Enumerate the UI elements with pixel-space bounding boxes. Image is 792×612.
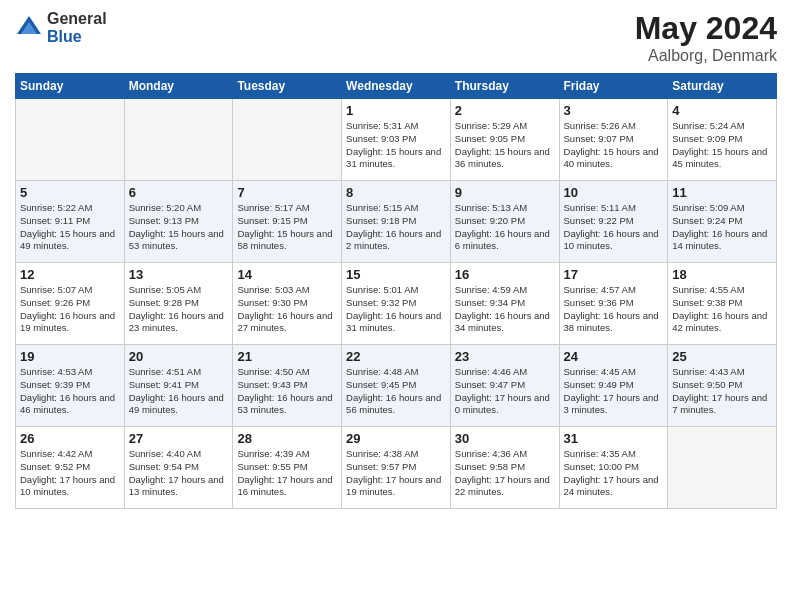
title-block: May 2024 Aalborg, Denmark: [635, 10, 777, 65]
day-info: Sunrise: 5:05 AM Sunset: 9:28 PM Dayligh…: [129, 284, 229, 335]
day-info: Sunrise: 4:48 AM Sunset: 9:45 PM Dayligh…: [346, 366, 446, 417]
day-cell: 6Sunrise: 5:20 AM Sunset: 9:13 PM Daylig…: [124, 181, 233, 263]
day-info: Sunrise: 4:42 AM Sunset: 9:52 PM Dayligh…: [20, 448, 120, 499]
day-info: Sunrise: 4:50 AM Sunset: 9:43 PM Dayligh…: [237, 366, 337, 417]
day-number: 14: [237, 267, 337, 282]
calendar-week-row: 26Sunrise: 4:42 AM Sunset: 9:52 PM Dayli…: [16, 427, 777, 509]
day-cell: 3Sunrise: 5:26 AM Sunset: 9:07 PM Daylig…: [559, 99, 668, 181]
day-info: Sunrise: 5:24 AM Sunset: 9:09 PM Dayligh…: [672, 120, 772, 171]
day-cell: 31Sunrise: 4:35 AM Sunset: 10:00 PM Dayl…: [559, 427, 668, 509]
day-cell: 16Sunrise: 4:59 AM Sunset: 9:34 PM Dayli…: [450, 263, 559, 345]
weekday-header-wednesday: Wednesday: [342, 74, 451, 99]
day-cell: 11Sunrise: 5:09 AM Sunset: 9:24 PM Dayli…: [668, 181, 777, 263]
day-number: 4: [672, 103, 772, 118]
day-number: 25: [672, 349, 772, 364]
day-number: 30: [455, 431, 555, 446]
day-cell: 29Sunrise: 4:38 AM Sunset: 9:57 PM Dayli…: [342, 427, 451, 509]
day-cell: 15Sunrise: 5:01 AM Sunset: 9:32 PM Dayli…: [342, 263, 451, 345]
logo-general-text: General: [47, 10, 107, 28]
day-info: Sunrise: 5:01 AM Sunset: 9:32 PM Dayligh…: [346, 284, 446, 335]
day-cell: 2Sunrise: 5:29 AM Sunset: 9:05 PM Daylig…: [450, 99, 559, 181]
weekday-header-thursday: Thursday: [450, 74, 559, 99]
day-number: 23: [455, 349, 555, 364]
day-cell: 14Sunrise: 5:03 AM Sunset: 9:30 PM Dayli…: [233, 263, 342, 345]
day-cell: 12Sunrise: 5:07 AM Sunset: 9:26 PM Dayli…: [16, 263, 125, 345]
day-info: Sunrise: 5:15 AM Sunset: 9:18 PM Dayligh…: [346, 202, 446, 253]
day-cell: 27Sunrise: 4:40 AM Sunset: 9:54 PM Dayli…: [124, 427, 233, 509]
calendar-week-row: 1Sunrise: 5:31 AM Sunset: 9:03 PM Daylig…: [16, 99, 777, 181]
day-number: 6: [129, 185, 229, 200]
header: General Blue May 2024 Aalborg, Denmark: [15, 10, 777, 65]
day-cell: 4Sunrise: 5:24 AM Sunset: 9:09 PM Daylig…: [668, 99, 777, 181]
day-number: 8: [346, 185, 446, 200]
day-number: 19: [20, 349, 120, 364]
day-number: 3: [564, 103, 664, 118]
day-info: Sunrise: 4:40 AM Sunset: 9:54 PM Dayligh…: [129, 448, 229, 499]
day-info: Sunrise: 5:22 AM Sunset: 9:11 PM Dayligh…: [20, 202, 120, 253]
day-info: Sunrise: 4:57 AM Sunset: 9:36 PM Dayligh…: [564, 284, 664, 335]
day-info: Sunrise: 4:55 AM Sunset: 9:38 PM Dayligh…: [672, 284, 772, 335]
day-cell: 18Sunrise: 4:55 AM Sunset: 9:38 PM Dayli…: [668, 263, 777, 345]
calendar-subtitle: Aalborg, Denmark: [635, 47, 777, 65]
weekday-header-sunday: Sunday: [16, 74, 125, 99]
day-cell: 22Sunrise: 4:48 AM Sunset: 9:45 PM Dayli…: [342, 345, 451, 427]
weekday-header-tuesday: Tuesday: [233, 74, 342, 99]
day-number: 18: [672, 267, 772, 282]
day-number: 10: [564, 185, 664, 200]
day-number: 22: [346, 349, 446, 364]
day-number: 15: [346, 267, 446, 282]
day-info: Sunrise: 4:39 AM Sunset: 9:55 PM Dayligh…: [237, 448, 337, 499]
logo-blue-text: Blue: [47, 28, 107, 46]
day-number: 1: [346, 103, 446, 118]
weekday-header-saturday: Saturday: [668, 74, 777, 99]
day-cell: [16, 99, 125, 181]
day-info: Sunrise: 4:51 AM Sunset: 9:41 PM Dayligh…: [129, 366, 229, 417]
day-cell: 24Sunrise: 4:45 AM Sunset: 9:49 PM Dayli…: [559, 345, 668, 427]
weekday-header-row: SundayMondayTuesdayWednesdayThursdayFrid…: [16, 74, 777, 99]
day-number: 5: [20, 185, 120, 200]
day-number: 28: [237, 431, 337, 446]
day-cell: 21Sunrise: 4:50 AM Sunset: 9:43 PM Dayli…: [233, 345, 342, 427]
day-info: Sunrise: 5:07 AM Sunset: 9:26 PM Dayligh…: [20, 284, 120, 335]
day-info: Sunrise: 4:53 AM Sunset: 9:39 PM Dayligh…: [20, 366, 120, 417]
logo: General Blue: [15, 10, 107, 45]
day-cell: 26Sunrise: 4:42 AM Sunset: 9:52 PM Dayli…: [16, 427, 125, 509]
day-number: 31: [564, 431, 664, 446]
calendar-week-row: 12Sunrise: 5:07 AM Sunset: 9:26 PM Dayli…: [16, 263, 777, 345]
day-info: Sunrise: 5:20 AM Sunset: 9:13 PM Dayligh…: [129, 202, 229, 253]
weekday-header-monday: Monday: [124, 74, 233, 99]
weekday-header-friday: Friday: [559, 74, 668, 99]
day-number: 21: [237, 349, 337, 364]
day-info: Sunrise: 4:43 AM Sunset: 9:50 PM Dayligh…: [672, 366, 772, 417]
day-info: Sunrise: 4:46 AM Sunset: 9:47 PM Dayligh…: [455, 366, 555, 417]
day-info: Sunrise: 4:36 AM Sunset: 9:58 PM Dayligh…: [455, 448, 555, 499]
day-info: Sunrise: 5:09 AM Sunset: 9:24 PM Dayligh…: [672, 202, 772, 253]
day-info: Sunrise: 5:17 AM Sunset: 9:15 PM Dayligh…: [237, 202, 337, 253]
day-cell: 20Sunrise: 4:51 AM Sunset: 9:41 PM Dayli…: [124, 345, 233, 427]
day-number: 7: [237, 185, 337, 200]
day-number: 26: [20, 431, 120, 446]
page: General Blue May 2024 Aalborg, Denmark S…: [0, 0, 792, 612]
day-cell: 7Sunrise: 5:17 AM Sunset: 9:15 PM Daylig…: [233, 181, 342, 263]
day-cell: 19Sunrise: 4:53 AM Sunset: 9:39 PM Dayli…: [16, 345, 125, 427]
day-info: Sunrise: 5:29 AM Sunset: 9:05 PM Dayligh…: [455, 120, 555, 171]
day-cell: 28Sunrise: 4:39 AM Sunset: 9:55 PM Dayli…: [233, 427, 342, 509]
day-cell: 13Sunrise: 5:05 AM Sunset: 9:28 PM Dayli…: [124, 263, 233, 345]
day-cell: 5Sunrise: 5:22 AM Sunset: 9:11 PM Daylig…: [16, 181, 125, 263]
day-number: 20: [129, 349, 229, 364]
day-info: Sunrise: 5:03 AM Sunset: 9:30 PM Dayligh…: [237, 284, 337, 335]
day-cell: [124, 99, 233, 181]
calendar: SundayMondayTuesdayWednesdayThursdayFrid…: [15, 73, 777, 602]
day-cell: 8Sunrise: 5:15 AM Sunset: 9:18 PM Daylig…: [342, 181, 451, 263]
day-cell: [668, 427, 777, 509]
day-number: 27: [129, 431, 229, 446]
logo-icon: [15, 14, 43, 42]
day-cell: 10Sunrise: 5:11 AM Sunset: 9:22 PM Dayli…: [559, 181, 668, 263]
day-info: Sunrise: 4:38 AM Sunset: 9:57 PM Dayligh…: [346, 448, 446, 499]
day-cell: 17Sunrise: 4:57 AM Sunset: 9:36 PM Dayli…: [559, 263, 668, 345]
day-info: Sunrise: 5:11 AM Sunset: 9:22 PM Dayligh…: [564, 202, 664, 253]
day-number: 12: [20, 267, 120, 282]
day-cell: 1Sunrise: 5:31 AM Sunset: 9:03 PM Daylig…: [342, 99, 451, 181]
day-info: Sunrise: 4:35 AM Sunset: 10:00 PM Daylig…: [564, 448, 664, 499]
day-number: 17: [564, 267, 664, 282]
